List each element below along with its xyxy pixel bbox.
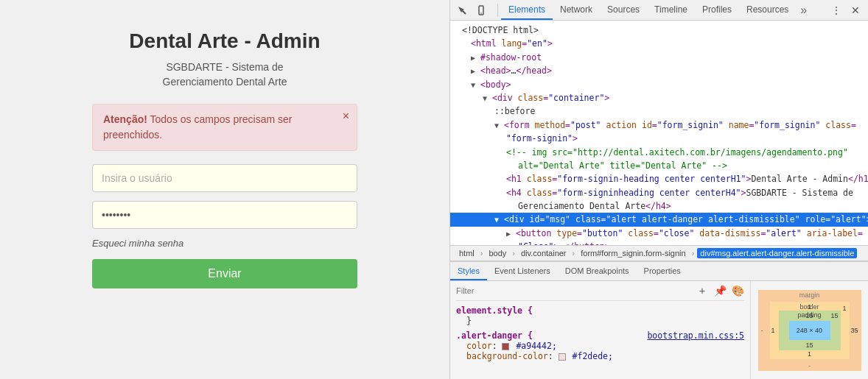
bottom-tabs: Styles Event Listeners DOM Breakpoints P…	[450, 262, 868, 281]
devtools-actions: ⋮ ✕	[828, 2, 864, 18]
style-selector-alert-danger: .alert-danger {	[456, 330, 533, 341]
password-group	[92, 201, 357, 229]
tab-timeline[interactable]: Timeline	[647, 0, 695, 20]
toolbar-separator	[497, 4, 498, 17]
bm-border-right: 35	[850, 327, 858, 334]
tab-resources[interactable]: Resources	[739, 0, 796, 20]
html-line[interactable]: <h1 class="form-signin-heading center ce…	[450, 172, 868, 185]
html-line[interactable]: "form-signin">	[450, 132, 868, 145]
forgot-password-container: Esqueci minha senha	[92, 238, 357, 249]
left-panel: Dental Arte - Admin SGBDARTE - Sistema d…	[0, 0, 449, 379]
bm-padding-val: 15	[830, 312, 838, 319]
html-line[interactable]: ▶ <head>…</head>	[450, 64, 868, 77]
style-block-element: element.style { }	[456, 305, 744, 326]
tab-elements[interactable]: Elements	[501, 0, 553, 20]
style-color-line: color: #a94442;	[456, 341, 744, 351]
breadcrumb-form[interactable]: form#form_signin.form-signin	[578, 248, 688, 258]
bm-border-bottom: 1	[808, 350, 811, 358]
html-line[interactable]: ▶ #shadow-root	[450, 51, 868, 64]
color-swatch-color	[502, 343, 509, 350]
username-group	[92, 164, 357, 192]
html-line[interactable]: ▼ <form method="post" action id="form_si…	[450, 118, 868, 132]
html-line[interactable]: "Close">…</button>	[450, 240, 868, 245]
color-swatch-bg	[559, 353, 566, 361]
alert-close-button[interactable]: ×	[343, 110, 349, 122]
html-line[interactable]: ::before	[450, 105, 868, 118]
devtools-tabs: Elements Network Sources Timeline Profil…	[501, 0, 811, 20]
app-title: Dental Arte - Admin	[129, 29, 320, 53]
breadcrumb-div-msg[interactable]: div#msg.alert.alert-danger.alert-dismiss…	[697, 248, 857, 258]
close-devtools-btn[interactable]: ✕	[847, 2, 864, 18]
styles-left: + 📌 🎨 element.style { } .alert-danger { …	[450, 281, 750, 379]
html-line[interactable]: ▼ <div class="container">	[450, 91, 868, 105]
tab-network[interactable]: Network	[553, 0, 600, 20]
devtools-panel: Elements Network Sources Timeline Profil…	[449, 0, 868, 379]
tab-sources[interactable]: Sources	[600, 0, 647, 20]
style-close: }	[456, 316, 744, 326]
style-selector: element.style {	[456, 305, 744, 316]
svg-line-0	[463, 10, 466, 14]
filter-plus-btn[interactable]: +	[696, 284, 709, 297]
tab-properties[interactable]: Properties	[637, 262, 688, 280]
breadcrumb-html[interactable]: html	[456, 248, 477, 258]
forgot-password-link[interactable]: Esqueci minha senha	[92, 238, 183, 249]
alert-strong: Atenção!	[103, 113, 147, 125]
submit-button[interactable]: Enviar	[92, 259, 357, 288]
more-tabs-button[interactable]: »	[796, 0, 811, 20]
bm-margin-dash: -	[808, 293, 811, 300]
filter-input[interactable]	[456, 286, 691, 295]
inspect-icon[interactable]	[455, 3, 469, 18]
styles-content: + 📌 🎨 element.style { } .alert-danger { …	[450, 281, 868, 379]
bm-pad-bottom: 15	[805, 341, 813, 349]
devtools-icons	[455, 3, 489, 18]
filter-pin-btn[interactable]: 📌	[713, 284, 727, 297]
breadcrumb-bar: html › body › div.container › form#form_…	[450, 245, 868, 261]
settings-btn[interactable]: ⋮	[828, 2, 844, 18]
tab-event-listeners[interactable]: Event Listeners	[487, 262, 558, 280]
style-block-alert-danger: .alert-danger { bootstrap.min.css:5 colo…	[456, 330, 744, 361]
style-bgcolor-line: background-color: #f2dede;	[456, 351, 744, 361]
bootstrap-link[interactable]: bootstrap.min.css:5	[647, 330, 744, 341]
bm-margin-bottom: -	[808, 362, 811, 369]
html-line-selected[interactable]: ▼ <div id="msg" class="alert alert-dange…	[450, 213, 868, 226]
html-line[interactable]: <html lang="en">	[450, 37, 868, 50]
box-model: margin - border 1 padding 15	[758, 290, 861, 371]
password-input[interactable]	[92, 201, 357, 229]
tab-profiles[interactable]: Profiles	[695, 0, 739, 20]
app-subtitle: SGBDARTE - Sistema de Gerenciamento Dent…	[163, 60, 287, 89]
html-line[interactable]: <!-- img src="http://dental.axitech.com.…	[450, 146, 868, 159]
tab-styles[interactable]: Styles	[450, 262, 487, 280]
html-source[interactable]: <!DOCTYPE html> <html lang="en"> ▶ #shad…	[450, 21, 868, 245]
html-line[interactable]: ▼ <body>	[450, 78, 868, 91]
svg-point-2	[480, 13, 482, 14]
breadcrumb-div-container[interactable]: div.container	[518, 248, 570, 258]
filter-bar: + 📌 🎨	[456, 284, 744, 301]
bottom-panel: Styles Event Listeners DOM Breakpoints P…	[450, 261, 868, 379]
filter-color-btn[interactable]: 🎨	[731, 284, 744, 297]
html-line[interactable]: <h4 class="form-signinheading center cen…	[450, 186, 868, 199]
html-line[interactable]: ▶ <button type="button" class="close" da…	[450, 227, 868, 240]
bm-border-top: 1	[808, 303, 811, 311]
breadcrumb-body[interactable]: body	[486, 248, 509, 258]
html-line[interactable]: <!DOCTYPE html>	[450, 24, 868, 37]
html-line[interactable]: alt="Dental Arte" title="Dental Arte" --…	[450, 159, 868, 172]
html-line[interactable]: Gerenciamento Dental Arte</h4>	[450, 199, 868, 213]
mobile-icon[interactable]	[474, 3, 489, 18]
username-input[interactable]	[92, 164, 357, 192]
tab-dom-breakpoints[interactable]: DOM Breakpoints	[558, 262, 637, 280]
alert-danger: Atenção! Todos os campos precisam ser pr…	[92, 104, 357, 151]
devtools-toolbar: Elements Network Sources Timeline Profil…	[450, 0, 868, 21]
styles-right: margin - border 1 padding 15	[750, 281, 868, 379]
bm-border-val: 1	[842, 305, 846, 312]
bm-content-val: 248 × 40	[797, 327, 822, 334]
bm-border-left: 1	[771, 327, 775, 334]
bm-margin-left: -	[761, 327, 763, 334]
bm-pad-top: 15	[805, 312, 813, 319]
bm-content: 248 × 40	[789, 321, 830, 340]
